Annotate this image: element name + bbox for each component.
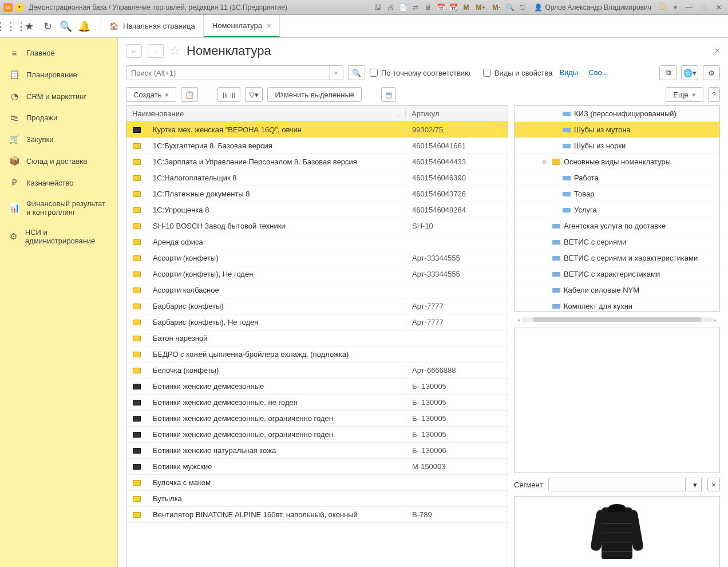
sidebar-item-8[interactable]: ⚙НСИ и администрирование	[0, 222, 117, 251]
page-close-icon[interactable]: ×	[715, 46, 720, 56]
save-icon[interactable]: 🖫	[373, 3, 382, 12]
table-row[interactable]: БЕДРО с кожей цыпленка-бройлера охлажд. …	[126, 346, 508, 363]
date-icon[interactable]: 📆	[449, 3, 458, 12]
expand-icon[interactable]: ⊖	[542, 159, 549, 165]
sidebar-item-2[interactable]: ◔CRM и маркетинг	[0, 85, 117, 107]
apps-icon[interactable]: ⋮⋮⋮	[5, 20, 17, 33]
col-article[interactable]: Артикул	[406, 109, 508, 118]
table-row[interactable]: Ботинки женские демисезонные, ограниченн…	[126, 411, 508, 427]
search-icon[interactable]: 🔍	[60, 20, 72, 33]
copy-button[interactable]: 📋	[181, 87, 198, 102]
info-icon[interactable]: ⓘ	[658, 3, 667, 12]
calc-icon[interactable]: 🖩	[424, 3, 433, 12]
tree-scrollbar[interactable]: ◂▸	[514, 316, 720, 323]
m-button[interactable]: M	[461, 3, 470, 11]
table-row[interactable]: SH-10 BOSCH Завод бытовой техникиSH-10	[126, 218, 508, 234]
zoom-icon[interactable]: 🔍	[505, 3, 515, 12]
segment-dropdown-icon[interactable]: ▾	[689, 478, 702, 491]
table-row[interactable]: Булочка с маком	[126, 475, 508, 491]
exact-match-checkbox[interactable]: По точному соответствию	[370, 69, 470, 77]
close-icon[interactable]: ×	[267, 21, 271, 30]
segment-input[interactable]	[548, 478, 686, 491]
table-row[interactable]: Аренда офиса	[126, 234, 508, 250]
types-checkbox[interactable]: Виды и свойства	[483, 69, 553, 77]
doc-icon[interactable]: 📄	[398, 3, 407, 12]
favorite-icon[interactable]: ☆	[169, 44, 181, 58]
tree-row[interactable]: ВЕТИС с сериями	[515, 234, 719, 250]
search-clear-icon[interactable]: ×	[329, 66, 343, 80]
back-icon[interactable]: ⮌	[518, 3, 527, 12]
table-row[interactable]: 1С:Зарплата и Управление Персоналом 8. Б…	[126, 154, 508, 170]
close-button[interactable]: ✕	[713, 3, 725, 11]
table-row[interactable]: Вентилятор BINATONE ALPINE 160вт, наполь…	[126, 507, 508, 523]
table-row[interactable]: Ассорти колбасное	[126, 282, 508, 298]
dropdown-icon[interactable]: ▾	[15, 3, 24, 12]
nav-back-button[interactable]: ←	[126, 44, 142, 58]
barcode-icon[interactable]: ⫼⫼	[217, 87, 240, 102]
user-label[interactable]: 👤Орлов Александр Владимирович	[531, 3, 655, 11]
list-icon[interactable]: ▤	[381, 87, 396, 102]
sidebar-item-6[interactable]: ₽Казначейство	[0, 172, 117, 194]
help-button[interactable]: ?	[708, 87, 720, 102]
table-row[interactable]: Батон нарезной	[126, 330, 508, 346]
sidebar-item-0[interactable]: ≡Главное	[0, 42, 117, 64]
m-minus-button[interactable]: M-	[490, 3, 502, 11]
tree-row[interactable]: Товар	[515, 186, 719, 202]
tab-nomenclature[interactable]: Номенклатура ×	[204, 15, 280, 37]
sidebar-item-3[interactable]: 🛍Продажи	[0, 107, 117, 128]
globe-icon[interactable]: 🌐▾	[681, 65, 698, 80]
tree-row[interactable]: Комплект для кухни	[515, 298, 719, 312]
nav-forward-button[interactable]: →	[148, 44, 164, 58]
table-row[interactable]: 1С:Налогоплательщик 84601546046390	[126, 170, 508, 186]
table-row[interactable]: Ботинки женские демисезонные, ограниченн…	[126, 427, 508, 443]
tree-row[interactable]: Шубы из норки	[515, 138, 719, 154]
maximize-button[interactable]: ◻	[698, 3, 710, 11]
info-dd-icon[interactable]: ▾	[671, 3, 680, 12]
col-name[interactable]: Наименование↓	[126, 109, 406, 118]
minimize-button[interactable]: —	[683, 3, 695, 11]
create-button[interactable]: Создать▾	[126, 87, 176, 102]
table-row[interactable]: Ботинки женские демисезонныеБ- 130005	[126, 379, 508, 395]
change-selected-button[interactable]: Изменить выделенные	[267, 87, 362, 102]
compare-icon[interactable]: ⇄	[411, 3, 420, 12]
tree-row[interactable]: ⊖Основные виды номенклатуры	[515, 154, 719, 170]
sidebar-item-7[interactable]: 📊Финансовый результат и контроллинг	[0, 194, 117, 222]
tree-row[interactable]: ВЕТИС с характеристиками	[515, 266, 719, 282]
table-row[interactable]: Ассорти (конфеты)Арт-33344555	[126, 250, 508, 266]
more-button[interactable]: Еще▾	[666, 87, 703, 102]
bell-icon[interactable]: 🔔	[78, 20, 90, 33]
table-row[interactable]: Барбарис (конфеты), Не годенАрт-7777	[126, 314, 508, 330]
sidebar-item-1[interactable]: 📋Планирование	[0, 64, 117, 85]
tree-row[interactable]: КИЗ (персонифицированный)	[515, 106, 719, 122]
table-row[interactable]: Ботинки женские натуральная кожаБ- 13000…	[126, 443, 508, 459]
sidebar-item-5[interactable]: 📦Склад и доставка	[0, 150, 117, 172]
tree-row[interactable]: Шубы из мутона	[515, 122, 719, 138]
segment-clear-icon[interactable]: ×	[707, 478, 720, 491]
table-row[interactable]: Бутылка	[126, 491, 508, 507]
gear-icon[interactable]: ⚙	[703, 65, 720, 80]
table-row[interactable]: Ботинки женские демисезонные, не годенБ-…	[126, 395, 508, 411]
search-input[interactable]	[126, 66, 329, 80]
filter-icon[interactable]: ▽▾	[245, 87, 263, 102]
calendar-icon[interactable]: 📅	[436, 3, 445, 12]
tree-row[interactable]: ВЕТИС с сериями и характеристиками	[515, 250, 719, 266]
copy-icon[interactable]: ⧉	[659, 65, 676, 80]
views-link[interactable]: Виды	[559, 68, 578, 77]
tree-row[interactable]: Агентская услуга по доставке	[515, 218, 719, 234]
sidebar-item-4[interactable]: 🛒Закупки	[0, 128, 117, 150]
m-plus-button[interactable]: M+	[474, 3, 487, 11]
table-row[interactable]: 1С:Платежные документы 84601546043726	[126, 186, 508, 202]
search-button[interactable]: 🔍	[348, 65, 365, 80]
print-icon[interactable]: 🖨	[386, 3, 395, 12]
table-row[interactable]: Барбарис (конфеты)Арт-7777	[126, 298, 508, 314]
table-row[interactable]: 1С:Упрощенка 84601546048264	[126, 202, 508, 218]
tree-row[interactable]: Кабели силовые NYM	[515, 282, 719, 298]
tree-row[interactable]: Работа	[515, 170, 719, 186]
table-row[interactable]: Ботинки мужскиеМ-150003	[126, 459, 508, 475]
star-icon[interactable]: ★	[23, 20, 35, 33]
props-link[interactable]: Сво...	[588, 68, 608, 77]
history-icon[interactable]: ↻	[41, 20, 54, 33]
table-row[interactable]: Куртка мех. женская "ВЕРОНА 16Q", овчин9…	[126, 122, 508, 138]
tab-home[interactable]: 🏠 Начальная страница	[101, 15, 204, 37]
table-row[interactable]: 1С:Бухгалтерия 8. Базовая версия46015460…	[126, 138, 508, 154]
